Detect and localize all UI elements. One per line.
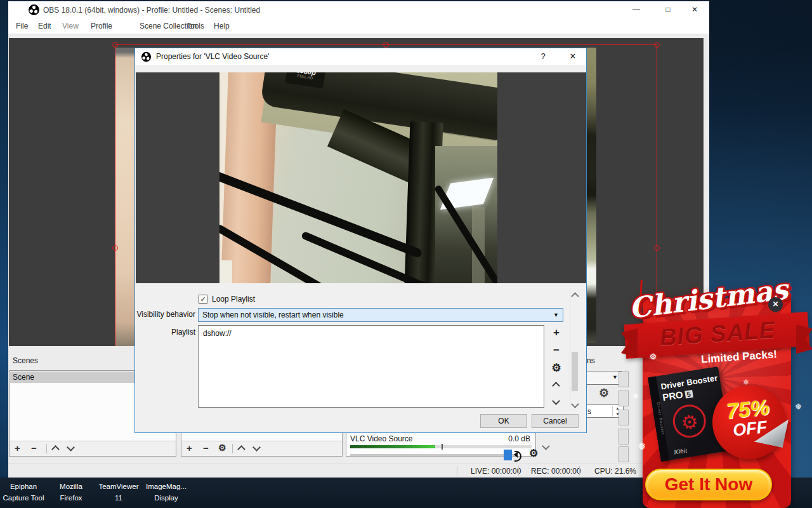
source-preview-letterbox: 1080p FULL HD ViewSonic xyxy=(136,72,586,283)
combo-arrow-icon: ▼ xyxy=(612,374,618,380)
ok-button[interactable]: OK xyxy=(480,414,527,428)
taskbar-label: Mozilla xyxy=(60,483,82,490)
selection-left-edge[interactable] xyxy=(115,44,115,346)
window-title: OBS 18.0.1 (64bit, windows) - Profile: U… xyxy=(43,6,260,15)
loop-playlist-checkbox[interactable]: ✓ xyxy=(199,295,207,304)
minimize-button[interactable]: — xyxy=(625,1,647,18)
preview-video-right-edge xyxy=(587,48,596,343)
properties-dialog: Properties for 'VLC Video Source' ? ✕ 10… xyxy=(134,48,587,433)
visibility-behavior-label: Visibility behavior xyxy=(135,310,195,319)
visibility-behavior-value: Stop when not visible, restart when visi… xyxy=(202,311,344,319)
preview-video-left-edge xyxy=(115,48,134,346)
selection-handle-top-left[interactable] xyxy=(112,42,118,48)
scroll-down-icon[interactable] xyxy=(571,400,579,408)
status-separator xyxy=(579,466,580,476)
snowflake-icon: ❅ xyxy=(638,440,646,453)
status-live: LIVE: 00:00:00 xyxy=(471,467,521,476)
scenes-toolbar: + − xyxy=(10,441,176,456)
menu-edit[interactable]: Edit xyxy=(38,22,51,30)
add-scene-button[interactable]: + xyxy=(15,443,20,453)
taskbar-label: ImageMag... xyxy=(146,483,187,490)
taskbar-item-imagemagick[interactable]: ImageMag... Display xyxy=(139,481,193,504)
volume-slider-handle[interactable] xyxy=(504,450,512,460)
selection-handle-right-middle[interactable] xyxy=(654,245,660,251)
menu-bar: File Edit View Profile Scene Collection … xyxy=(8,19,709,34)
visibility-behavior-select[interactable]: Stop when not visible, restart when visi… xyxy=(198,308,563,322)
playlist-move-up-button[interactable] xyxy=(552,382,560,390)
sources-toolbar: + − ⚙ xyxy=(181,441,342,456)
source-properties-gear-icon[interactable]: ⚙ xyxy=(218,443,226,453)
transition-gear-icon[interactable]: ⚙ xyxy=(599,386,609,400)
snowflake-icon: ❅ xyxy=(649,351,657,363)
pro-label: PRO xyxy=(662,389,684,403)
volume-meter-tick xyxy=(442,444,443,450)
move-source-down-button[interactable] xyxy=(252,443,261,451)
playlist-add-button[interactable]: + xyxy=(549,326,564,340)
iobit-logo-text: IObit xyxy=(673,446,688,455)
move-scene-up-button[interactable] xyxy=(51,445,60,453)
add-source-button[interactable]: + xyxy=(187,443,192,453)
snowflake-icon: ❅ xyxy=(632,392,639,401)
dialog-titlebar: Properties for 'VLC Video Source' ? ✕ xyxy=(135,48,586,65)
mixer-volume-db: 0.0 dB xyxy=(508,434,530,443)
remove-source-button[interactable]: − xyxy=(203,443,209,453)
taskbar-label: 11 xyxy=(115,494,122,502)
taskbar-label: Epiphan xyxy=(10,483,37,490)
taskbar-item-epiphan[interactable]: Epiphan Capture Tool xyxy=(0,481,51,504)
toolbar-separator xyxy=(232,444,233,453)
mixer-gear-icon[interactable]: ⚙ xyxy=(529,447,538,459)
taskbar-label: Firefox xyxy=(60,494,82,502)
loop-playlist-label: Loop Playlist xyxy=(212,295,255,304)
snowflake-icon: ❅ xyxy=(795,402,802,411)
playlist-list[interactable]: dshow:// xyxy=(198,325,544,408)
taskbar-item-teamviewer[interactable]: TeamViewer 11 xyxy=(91,481,146,504)
status-rec: REC: 00:00:00 xyxy=(531,467,581,476)
duration-value-clipped: s xyxy=(587,407,591,416)
product-version-badge: 5 xyxy=(684,390,693,399)
scene-transitions-label-clipped: ns xyxy=(587,356,595,365)
volume-slider-track[interactable] xyxy=(350,454,515,456)
combo-arrow-icon: ▼ xyxy=(553,312,559,318)
status-bar: LIVE: 00:00:00 REC: 00:00:00 CPU: 21.6% xyxy=(8,464,709,477)
playlist-gear-icon[interactable]: ⚙ xyxy=(549,361,564,375)
scrollbar-thumb[interactable] xyxy=(572,352,578,391)
dialog-scrollbar[interactable] xyxy=(570,290,579,410)
christmas-sale-popup: BIG SALE Christmas ✕ Limited Packs! ❅ ❅ … xyxy=(625,289,812,508)
maximize-button[interactable]: □ xyxy=(657,1,679,18)
move-source-up-button[interactable] xyxy=(237,445,246,453)
menu-help[interactable]: Help xyxy=(214,22,230,30)
obs-logo-icon xyxy=(141,52,151,62)
vlc-source-preview-image: 1080p FULL HD ViewSonic xyxy=(219,72,497,283)
playlist-remove-button[interactable]: − xyxy=(549,344,564,358)
status-separator xyxy=(457,466,457,476)
taskbar-label: Capture Tool xyxy=(3,494,44,502)
playlist-entry[interactable]: dshow:// xyxy=(203,329,232,338)
menu-file[interactable]: File xyxy=(16,22,28,30)
menu-profile[interactable]: Profile xyxy=(91,22,112,30)
obs-titlebar: OBS 18.0.1 (64bit, windows) - Profile: U… xyxy=(8,1,709,19)
taskbar-item-firefox[interactable]: Mozilla Firefox xyxy=(44,481,98,504)
dialog-title-text: Properties for 'VLC Video Source' xyxy=(156,52,269,61)
move-scene-down-button[interactable] xyxy=(67,443,75,451)
obs-logo-icon xyxy=(29,4,39,15)
get-it-now-button[interactable]: Get It Now xyxy=(645,469,772,500)
driver-booster-gear-icon: ⚙ xyxy=(671,402,708,439)
selection-handle-top-right[interactable] xyxy=(654,42,660,48)
scroll-up-icon[interactable] xyxy=(571,292,579,300)
playlist-move-down-button[interactable] xyxy=(552,397,560,405)
menu-tools[interactable]: Tools xyxy=(187,22,204,30)
dialog-help-button[interactable]: ? xyxy=(534,48,553,65)
remove-scene-button[interactable]: − xyxy=(31,443,37,453)
close-button[interactable]: ✕ xyxy=(684,1,705,18)
volume-meter-level xyxy=(350,445,435,448)
scenes-panel-title: Scenes xyxy=(13,356,38,365)
photo-1080p-sticker: 1080p FULL HD xyxy=(285,72,325,88)
dialog-close-button[interactable]: ✕ xyxy=(563,48,582,65)
menu-view[interactable]: View xyxy=(62,22,79,30)
mixer-source-name: VLC Video Source xyxy=(350,434,413,443)
selection-handle-left-middle[interactable] xyxy=(112,245,118,251)
selection-handle-top-center[interactable] xyxy=(383,42,389,48)
playlist-label: Playlist xyxy=(135,328,195,337)
cancel-button[interactable]: Cancel xyxy=(532,414,579,428)
ad-close-button[interactable]: ✕ xyxy=(768,297,783,312)
